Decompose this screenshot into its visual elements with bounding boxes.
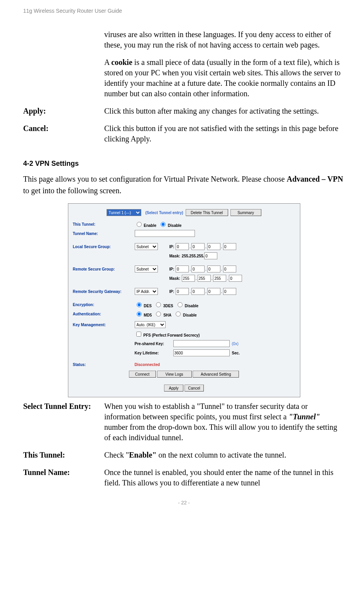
apply-label: Apply: bbox=[23, 106, 104, 116]
this-tunnel-description: Check "Enable" on the next column to act… bbox=[104, 450, 345, 460]
this-tunnel-disable-option[interactable]: Disable bbox=[159, 221, 181, 228]
key-lifetime-suffix: Sec. bbox=[232, 351, 240, 355]
key-management-label: Key Management: bbox=[73, 323, 135, 327]
cancel-description: Click this button if you are not satisfi… bbox=[104, 123, 345, 144]
remote-ip-oct3[interactable] bbox=[207, 266, 220, 272]
preshared-key-label: Pre-shared Key: bbox=[135, 342, 173, 346]
local-ip-oct1[interactable] bbox=[176, 243, 189, 250]
preshared-key-suffix: (0x) bbox=[232, 342, 239, 346]
authentication-label: Authentication: bbox=[73, 312, 135, 316]
cookie-paragraph: A cookie is a small piece of data (usual… bbox=[104, 57, 345, 99]
remote-security-gateway-label: Remote Security Gateway: bbox=[73, 289, 135, 294]
local-secure-group-type-select[interactable]: Subnet bbox=[135, 243, 158, 250]
section-intro-paragraph: This page allows you to set configuratio… bbox=[23, 173, 345, 196]
local-mask-oct4[interactable] bbox=[204, 252, 217, 259]
remote-mask-label: Mask: bbox=[169, 276, 180, 281]
connect-button[interactable]: Connect bbox=[129, 371, 156, 378]
tunnel-name-text-label: Tunnel Name: bbox=[23, 467, 104, 488]
view-logs-button[interactable]: View Logs bbox=[157, 371, 192, 378]
cancel-label: Cancel: bbox=[23, 123, 104, 144]
remote-ip-oct2[interactable] bbox=[191, 266, 205, 272]
encryption-3des-option[interactable]: 3DES bbox=[154, 301, 173, 308]
key-lifetime-label: Key Lifetime: bbox=[135, 351, 173, 355]
gateway-ip-oct4[interactable] bbox=[223, 288, 236, 295]
gateway-ip-oct1[interactable] bbox=[176, 288, 189, 295]
gateway-ip-oct2[interactable] bbox=[191, 288, 205, 295]
pfs-checkbox[interactable]: PFS (Perfect Forward Secrecy) bbox=[135, 330, 200, 338]
gateway-ip-label: IP: bbox=[169, 289, 174, 294]
key-management-select[interactable]: Auto. (IKE) bbox=[135, 321, 166, 328]
this-tunnel-field-label: This Tunnel: bbox=[73, 222, 135, 226]
remote-ip-oct4[interactable] bbox=[223, 266, 236, 272]
gateway-ip-oct3[interactable] bbox=[207, 288, 220, 295]
apply-button[interactable]: Apply bbox=[164, 385, 183, 392]
remote-ip-label: IP: bbox=[169, 267, 174, 271]
remote-mask-oct3[interactable] bbox=[213, 275, 226, 282]
encryption-disable-option[interactable]: Disable bbox=[176, 301, 198, 308]
viruses-paragraph: viruses are also written in these langua… bbox=[104, 29, 345, 50]
local-mask-prefix: 255.255.255. bbox=[182, 254, 204, 258]
preshared-key-input[interactable] bbox=[173, 340, 230, 347]
this-tunnel-enable-option[interactable]: Enable bbox=[135, 221, 157, 228]
delete-tunnel-button[interactable]: Delete This Tunnel bbox=[186, 209, 228, 216]
local-secure-group-label: Local Secure Group: bbox=[73, 245, 135, 249]
encryption-des-option[interactable]: DES bbox=[135, 301, 152, 308]
status-value: Disconnected bbox=[135, 363, 160, 367]
auth-disable-option[interactable]: Disable bbox=[174, 310, 196, 317]
vpn-settings-panel: Tunnel 1 (---) (Select Tunnel entry) Del… bbox=[68, 203, 300, 397]
page-number: - 22 - bbox=[23, 500, 345, 506]
remote-secure-group-label: Remote Secure Group: bbox=[73, 267, 135, 271]
remote-ip-oct1[interactable] bbox=[176, 266, 189, 272]
key-lifetime-input[interactable] bbox=[173, 349, 230, 356]
remote-mask-oct2[interactable] bbox=[198, 275, 211, 282]
this-tunnel-text-label: This Tunnel: bbox=[23, 450, 104, 460]
tunnel-entry-select[interactable]: Tunnel 1 (---) bbox=[107, 209, 141, 216]
remote-mask-oct4[interactable] bbox=[229, 275, 242, 282]
local-ip-label: IP: bbox=[169, 245, 174, 249]
apply-description: Click this button after making any chang… bbox=[104, 106, 345, 116]
remote-mask-oct1[interactable] bbox=[182, 275, 195, 282]
tunnel-name-field-label: Tunnel Name: bbox=[73, 232, 135, 236]
local-ip-oct4[interactable] bbox=[223, 243, 236, 250]
summary-button[interactable]: Summary bbox=[230, 209, 261, 216]
local-mask-label: Mask: bbox=[169, 254, 180, 258]
spacer bbox=[23, 29, 104, 99]
local-ip-oct2[interactable] bbox=[191, 243, 205, 250]
select-tunnel-entry-description: When you wish to establish a "Tunnel" to… bbox=[104, 401, 345, 443]
select-tunnel-entry-label: Select Tunnel Entry: bbox=[23, 401, 104, 443]
tunnel-name-description: Once the tunnel is enabled, you should e… bbox=[104, 467, 345, 488]
remote-gateway-type-select[interactable]: IP Addr. bbox=[135, 288, 158, 295]
status-label: Status: bbox=[73, 363, 135, 367]
auth-md5-option[interactable]: MD5 bbox=[135, 310, 152, 317]
tunnel-name-input[interactable] bbox=[135, 230, 195, 237]
page-header: 11g Wireless Security Router User Guide bbox=[23, 8, 345, 14]
remote-secure-group-type-select[interactable]: Subnet bbox=[135, 266, 158, 272]
advanced-setting-button[interactable]: Advanced Setting bbox=[193, 371, 239, 378]
auth-sha-option[interactable]: SHA bbox=[154, 310, 171, 317]
select-tunnel-hint: (Select Tunnel entry) bbox=[145, 211, 183, 215]
section-heading-vpn: 4-2 VPN Settings bbox=[23, 160, 345, 168]
encryption-label: Encryption: bbox=[73, 303, 135, 307]
local-ip-oct3[interactable] bbox=[207, 243, 220, 250]
cancel-button[interactable]: Cancel bbox=[185, 385, 204, 392]
